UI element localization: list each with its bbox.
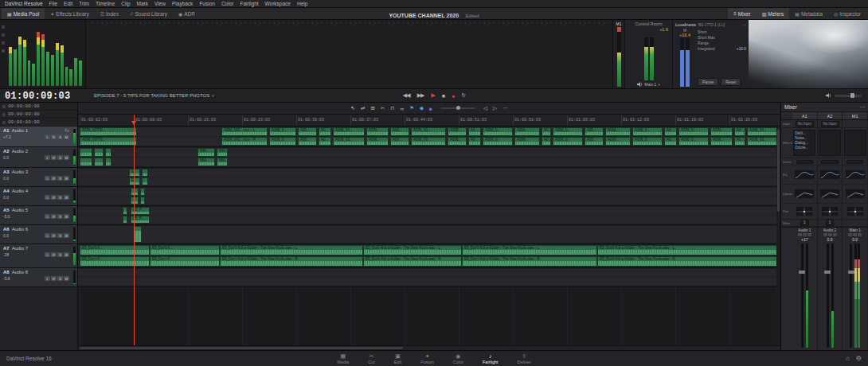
mute-button[interactable]: M	[64, 134, 69, 139]
timeline-clip[interactable]: A0...	[319, 137, 331, 146]
adr-button[interactable]: ◉ADR	[173, 8, 201, 19]
timeline-clip[interactable]: E5_Don't Kid a Kidder - The New Fools.wa…	[597, 256, 779, 267]
aux-row-icon[interactable]	[2, 121, 6, 124]
page-cut[interactable]: ✂Cut	[368, 353, 375, 364]
timeline-clip[interactable]: E5_Don't K...	[150, 256, 220, 267]
page-media[interactable]: ▦Media	[337, 353, 349, 364]
eq-curve[interactable]	[845, 169, 866, 180]
menu-clip[interactable]: Clip	[121, 1, 130, 6]
timeline-clip[interactable]	[140, 197, 145, 204]
lock-button[interactable]: L	[45, 155, 50, 160]
timeline-clip[interactable]: A006...	[514, 127, 540, 136]
timeline-clip[interactable]: A0...	[734, 127, 745, 136]
fader-button[interactable]	[828, 233, 832, 236]
timeline-clip[interactable]	[131, 188, 139, 196]
arm-button[interactable]: R	[51, 195, 57, 200]
page-color[interactable]: ◉Color	[453, 353, 463, 364]
menu-trim[interactable]: Trim	[79, 1, 89, 6]
arm-button[interactable]: R	[51, 155, 57, 160]
timeline-clip[interactable]	[142, 177, 148, 185]
effects-library-button[interactable]: ✦Effects Library	[45, 8, 94, 19]
mute-button[interactable]: M	[64, 214, 69, 219]
timeline-clip[interactable]	[105, 148, 111, 157]
lock-button[interactable]: L	[45, 276, 50, 281]
page-deliver[interactable]: ⇧Deliver	[518, 353, 531, 364]
timeline-clip[interactable]: A006_0...	[678, 137, 709, 146]
track-header-a7[interactable]: A7Audio 7-28LRSM	[0, 244, 77, 268]
main-assign[interactable]: 1	[826, 220, 835, 226]
mixer-channel-m1[interactable]: M1	[843, 112, 868, 119]
track-header-a3[interactable]: A3Audio 30.0LRSM	[0, 168, 77, 187]
track-header-a2[interactable]: A2Audio 20.0LRSM	[0, 147, 77, 168]
menu-file[interactable]: File	[49, 1, 57, 6]
fader-button[interactable]	[848, 233, 852, 236]
timeline-clip[interactable]: A006_0...	[483, 137, 513, 146]
nudge-right-icon[interactable]: ▷	[493, 105, 497, 111]
timeline-clip[interactable]: E5_Don't K...	[80, 256, 150, 267]
timeline-clip[interactable]: IMA...	[217, 148, 228, 157]
lock-button[interactable]: L	[45, 252, 50, 257]
input-selector[interactable]: No Input	[821, 121, 839, 127]
mute-button[interactable]: M	[64, 252, 69, 257]
timeline-clip[interactable]: A0...	[664, 127, 677, 136]
timeline-clip[interactable]: A00...	[585, 127, 604, 136]
index-button[interactable]: ☰Index	[95, 8, 124, 19]
mixer-menu-icon[interactable]: ⋯	[860, 104, 866, 111]
vertical-scrollbar[interactable]	[776, 127, 780, 345]
settings-icon[interactable]: ⚙	[856, 355, 862, 362]
timeline-clip[interactable]: A006_03...	[411, 127, 446, 136]
app-menu[interactable]: DaVinci Resolve	[5, 1, 43, 6]
timeline-clip[interactable]: E5_Don't Kid a Kidder - The New Fools.wa…	[462, 256, 597, 267]
timeline-clip[interactable]	[94, 148, 104, 157]
stop-button[interactable]: ■	[442, 93, 444, 99]
menu-view[interactable]: View	[154, 1, 166, 6]
loudness-menu-icon[interactable]: ⋯	[741, 21, 746, 27]
timeline-clip[interactable]: A00...	[585, 137, 604, 146]
solo-button[interactable]: S	[57, 233, 63, 238]
track-header-a4[interactable]: A4Audio 40.0LRSM	[0, 187, 77, 206]
timeline-ruler[interactable]: 01:00:02:0301:00:09:0301:00:16:0301:00:2…	[78, 115, 780, 127]
insert-slot[interactable]	[796, 160, 813, 164]
timeline-clip[interactable]: A006_0...	[483, 127, 513, 136]
playhead[interactable]	[134, 115, 135, 345]
fader-button[interactable]	[803, 233, 807, 236]
timeline-clip[interactable]: A006...	[448, 137, 467, 146]
timeline-clip[interactable]: A006_0...	[678, 127, 709, 136]
inspector-button[interactable]: ◎Inspector	[828, 8, 866, 19]
solo-button[interactable]: S	[57, 155, 63, 160]
menu-fairlight[interactable]: Fairlight	[240, 1, 258, 6]
menu-mark[interactable]: Mark	[137, 1, 148, 6]
pointer-tool[interactable]: ↖	[351, 105, 355, 111]
dynamics-graph[interactable]	[794, 189, 815, 199]
home-icon[interactable]: ⌂	[846, 355, 850, 362]
aux-row-icon[interactable]	[2, 105, 6, 108]
timeline-clip[interactable]: A006_03...	[747, 137, 780, 146]
timeline-clip[interactable]: A0...	[664, 137, 677, 146]
timeline-clip[interactable]: A00...	[390, 127, 409, 136]
timeline-clip[interactable]	[142, 169, 148, 177]
menu-fusion[interactable]: Fusion	[199, 1, 215, 6]
fader-handle[interactable]	[850, 243, 852, 348]
timeline-clip[interactable]: A00...	[298, 137, 317, 146]
effect-item[interactable]: DaVi...	[795, 131, 814, 135]
lock-button[interactable]: L	[45, 176, 50, 181]
media-pool-button[interactable]: ▤Media Pool	[2, 8, 45, 19]
timeline-clip[interactable]: E5_Don't Kid a Kidder - The New Fools.wa…	[363, 256, 462, 267]
timeline-clip[interactable]: A006_03770...	[80, 137, 137, 146]
track-header-a8[interactable]: A8Audio 8-5.8LRSM	[0, 268, 77, 287]
timeline-clip[interactable]	[80, 148, 92, 157]
timeline-clip[interactable]: E5_Don't K...	[150, 245, 220, 255]
timeline-clip[interactable]: E5_Don't Kid a Kidder - The New Fools.wa…	[597, 245, 779, 255]
fader-button[interactable]	[833, 233, 837, 236]
arm-button[interactable]: R	[51, 252, 57, 257]
timeline-clip[interactable]: IMA...	[197, 158, 215, 166]
timeline-clip[interactable]	[134, 226, 142, 243]
timeline-clip[interactable]: A006_03...	[333, 137, 365, 146]
menu-timeline[interactable]: Timeline	[96, 1, 115, 6]
timeline-clip[interactable]: A006_031...mov - L	[221, 127, 268, 136]
menu-edit[interactable]: Edit	[64, 1, 72, 6]
solo-button[interactable]: S	[57, 252, 63, 257]
clip-color-icon[interactable]: ■	[429, 106, 432, 111]
timeline-clip[interactable]: A006...	[710, 137, 733, 146]
loop-button[interactable]: ↻	[461, 92, 465, 99]
